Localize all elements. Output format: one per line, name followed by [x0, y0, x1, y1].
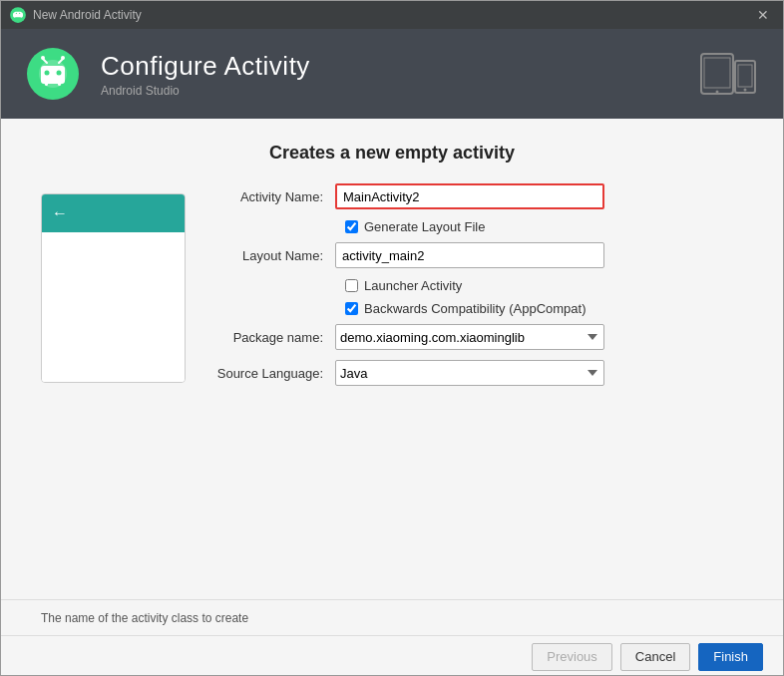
- svg-point-4: [16, 13, 17, 14]
- app-icon: [9, 6, 27, 24]
- header-text-block: Configure Activity Android Studio: [101, 51, 699, 98]
- android-studio-logo: [25, 46, 81, 102]
- layout-name-row: Layout Name:: [215, 242, 743, 268]
- form-area: Creates a new empty activity ← Activity …: [1, 119, 783, 599]
- activity-name-label: Activity Name:: [215, 189, 335, 204]
- header-subtitle: Android Studio: [101, 84, 699, 98]
- svg-point-10: [57, 71, 62, 76]
- backwards-compat-row: Backwards Compatibility (AppCompat): [345, 301, 743, 316]
- layout-name-input[interactable]: [335, 242, 604, 268]
- svg-rect-11: [45, 81, 48, 86]
- svg-rect-21: [738, 65, 752, 87]
- svg-rect-18: [704, 58, 730, 88]
- back-arrow-icon: ←: [52, 204, 68, 222]
- backwards-compat-checkbox[interactable]: [345, 302, 358, 315]
- svg-point-15: [41, 56, 45, 60]
- activity-name-row: Activity Name:: [215, 183, 743, 209]
- phone-body: [42, 232, 185, 382]
- package-name-row: Package name: demo.xiaoming.com.xiaoming…: [215, 324, 743, 350]
- package-name-select[interactable]: demo.xiaoming.com.xiaominglib: [335, 324, 604, 350]
- cancel-button[interactable]: Cancel: [620, 643, 690, 671]
- svg-rect-12: [58, 81, 61, 86]
- svg-point-16: [61, 56, 65, 60]
- close-button[interactable]: ✕: [751, 5, 775, 25]
- form-with-preview: ← Activity Name: Generate Layout File: [41, 183, 743, 396]
- finish-button[interactable]: Finish: [698, 643, 763, 671]
- svg-point-5: [19, 13, 20, 14]
- phone-topbar: ←: [42, 194, 185, 232]
- svg-point-19: [716, 91, 719, 94]
- bottom-bar: Previous Cancel Finish: [1, 635, 783, 676]
- launcher-activity-row: Launcher Activity: [345, 278, 743, 293]
- dialog-header: Configure Activity Android Studio: [1, 29, 783, 119]
- svg-rect-3: [15, 12, 22, 18]
- activity-name-input[interactable]: [335, 183, 604, 209]
- layout-name-label: Layout Name:: [215, 248, 335, 263]
- window-title: New Android Activity: [33, 8, 751, 22]
- source-language-row: Source Language: Java Kotlin: [215, 360, 743, 386]
- generate-layout-checkbox[interactable]: [345, 220, 358, 233]
- svg-point-22: [744, 89, 747, 92]
- dialog-content: Creates a new empty activity ← Activity …: [1, 119, 783, 676]
- previous-button[interactable]: Previous: [532, 643, 612, 671]
- backwards-compat-label[interactable]: Backwards Compatibility (AppCompat): [364, 301, 587, 316]
- hint-text: The name of the activity class to create: [41, 611, 248, 625]
- svg-rect-8: [41, 66, 65, 84]
- package-name-label: Package name:: [215, 330, 335, 345]
- svg-point-9: [45, 71, 50, 76]
- launcher-activity-checkbox[interactable]: [345, 279, 358, 292]
- form-fields: Activity Name: Generate Layout File Layo…: [215, 183, 743, 396]
- phone-preview: ←: [41, 193, 186, 383]
- device-icons: [699, 49, 759, 99]
- header-title: Configure Activity: [101, 51, 699, 82]
- hint-area: The name of the activity class to create: [1, 599, 783, 635]
- launcher-activity-label[interactable]: Launcher Activity: [364, 278, 462, 293]
- section-title: Creates a new empty activity: [41, 143, 743, 164]
- source-language-select[interactable]: Java Kotlin: [335, 360, 604, 386]
- source-language-label: Source Language:: [215, 366, 335, 381]
- titlebar: New Android Activity ✕: [1, 1, 783, 29]
- generate-layout-row: Generate Layout File: [345, 219, 743, 234]
- generate-layout-label[interactable]: Generate Layout File: [364, 219, 485, 234]
